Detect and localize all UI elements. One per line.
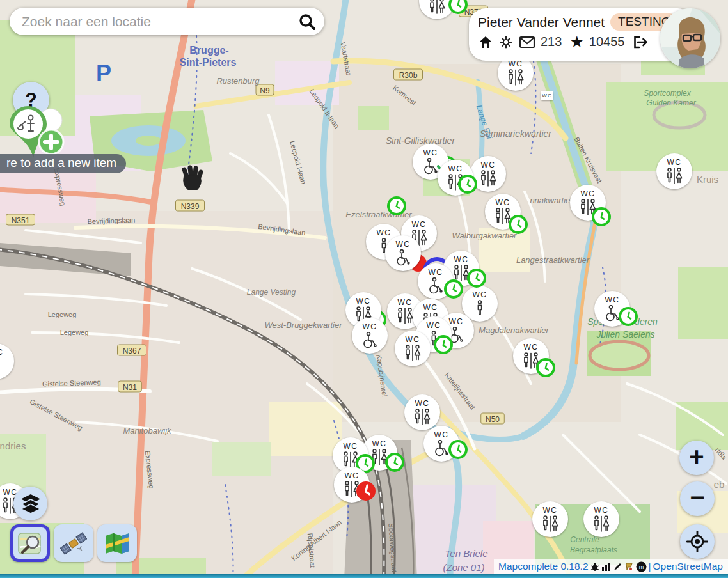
opening-hours-badge-open[interactable] <box>387 196 406 215</box>
pin-label: WC <box>605 296 620 304</box>
mapcomplete-app: N376R30bN9N339N351N367N31N50Brugge-Sint-… <box>0 0 728 578</box>
opening-hours-badge-open[interactable] <box>467 269 486 288</box>
road-ref-label: N9 <box>260 86 270 95</box>
logout-icon[interactable] <box>632 35 649 50</box>
add-item-tooltip: re to add a new item <box>0 154 126 173</box>
pin-label: WC <box>345 472 360 480</box>
style-osm-carto-button[interactable] <box>10 524 50 562</box>
pin-label: WC <box>429 269 443 276</box>
svg-text:m: m <box>638 564 644 570</box>
place-label: Centrale <box>570 535 599 544</box>
mini-toilet-marker[interactable]: WC <box>541 91 553 100</box>
place-label: eb <box>714 479 725 490</box>
tooltip-text: re to add a new item <box>6 156 116 170</box>
place-label: West-Bruggekwartier <box>264 320 342 330</box>
pin-label: WC <box>398 299 413 306</box>
pin-label: WC <box>406 336 420 343</box>
search-bar <box>10 8 324 35</box>
gear-icon[interactable] <box>498 35 514 50</box>
statistics-icon[interactable] <box>601 562 611 571</box>
layers-icon <box>20 494 41 513</box>
toilet-pin-mf[interactable]: WC <box>583 501 619 537</box>
place-label: Legeweg <box>60 329 89 336</box>
toilet-pin-mf[interactable]: WC <box>404 394 440 430</box>
osm-carto-icon <box>17 531 43 556</box>
place-label: Julien Saelens <box>596 329 654 340</box>
opening-hours-badge-open[interactable] <box>385 453 404 472</box>
mail-icon[interactable] <box>519 35 535 49</box>
osm-link[interactable]: OpenStreetMap <box>653 561 723 572</box>
app-version-link[interactable]: Mapcomplete 0.18.2 <box>498 561 588 572</box>
opening-hours-badge-open[interactable] <box>444 279 463 299</box>
pin-label: WC <box>423 149 438 157</box>
road-ref-label: N31 <box>123 383 137 392</box>
opening-hours-badge-open[interactable] <box>536 358 555 377</box>
road-ref-label: N367 <box>123 347 141 355</box>
place-label: Magdalenakwartier <box>479 325 550 335</box>
toilet-pin-mf[interactable]: WC <box>656 153 692 189</box>
background-style-switcher <box>10 524 137 562</box>
geolocate-button[interactable] <box>680 524 715 559</box>
satellite-icon <box>60 531 87 556</box>
pin-label: WC <box>423 304 438 311</box>
pin-label: WC <box>396 240 411 248</box>
minus-icon: − <box>690 483 704 512</box>
folded-map-icon <box>104 532 131 555</box>
edit-icon[interactable] <box>613 562 622 572</box>
place-label: Sint-Gilliskwartier <box>386 136 455 146</box>
pin-label: WC <box>344 442 358 450</box>
place-label: Ten Briele <box>445 548 488 559</box>
bug-icon[interactable] <box>590 562 599 572</box>
pin-label: WC <box>581 190 596 198</box>
place-label: Legeweg <box>48 311 77 318</box>
opening-hours-badge-open[interactable] <box>448 440 468 459</box>
pin-label: WC <box>377 229 392 237</box>
pin-label: WC <box>415 400 430 407</box>
pin-label: WC <box>509 60 523 68</box>
style-satellite-button[interactable] <box>54 524 93 562</box>
style-map-button[interactable] <box>97 524 137 562</box>
pin-label: WC <box>412 221 427 228</box>
mastodon-icon[interactable]: m <box>636 561 647 572</box>
crosshair-icon <box>686 531 708 552</box>
hand-cursor-icon <box>178 165 205 194</box>
opening-hours-badge-open[interactable] <box>458 175 477 194</box>
home-icon[interactable] <box>478 35 493 50</box>
translate-icon[interactable] <box>624 562 634 572</box>
road-ref-label: R30b <box>399 71 418 80</box>
place-label: Sint-Pieters <box>180 57 237 68</box>
place-label: Langestraatkwartier <box>516 255 590 265</box>
star-icon: ★ <box>569 34 583 50</box>
place-label: Sportcomplex <box>644 89 691 98</box>
pin-label: WC <box>356 297 371 305</box>
pin-label: WC <box>594 506 609 514</box>
pin-label: WC <box>434 431 449 439</box>
avatar[interactable] <box>660 8 720 68</box>
search-input[interactable] <box>10 14 298 29</box>
place-label: Manitobawijk <box>123 426 172 435</box>
opening-hours-badge-open[interactable] <box>619 307 638 326</box>
opening-hours-badge-open[interactable] <box>592 207 611 226</box>
toilet-pin-wheelchair[interactable]: WC <box>385 235 421 271</box>
zoom-out-button[interactable]: − <box>680 481 715 516</box>
pin-label: WC <box>496 199 510 207</box>
place-label: Begraafplaats <box>570 545 617 554</box>
pin-label: WC <box>543 506 558 514</box>
opening-hours-badge-open[interactable] <box>509 215 528 234</box>
search-icon[interactable] <box>298 13 316 31</box>
place-label: deren <box>635 316 658 327</box>
star-count[interactable]: 10455 <box>589 35 625 49</box>
layers-button[interactable] <box>13 487 47 520</box>
opening-hours-badge-open[interactable] <box>434 335 453 354</box>
pin-label: WC <box>449 318 464 325</box>
message-count[interactable]: 213 <box>541 35 562 49</box>
toilet-pin-mf[interactable]: WC <box>532 501 568 537</box>
place-label: Lange Vesting <box>247 288 296 297</box>
place-label: Gulden Kamer <box>646 98 696 107</box>
separator: | <box>649 561 651 572</box>
pin-label: WC <box>473 291 487 299</box>
zoom-in-button[interactable]: + <box>679 441 714 475</box>
toilet-pin-mf[interactable]: WC <box>395 331 431 366</box>
opening-hours-badge-closed[interactable] <box>356 481 376 501</box>
toilet-pin-wheelchair[interactable]: WC <box>352 318 388 354</box>
